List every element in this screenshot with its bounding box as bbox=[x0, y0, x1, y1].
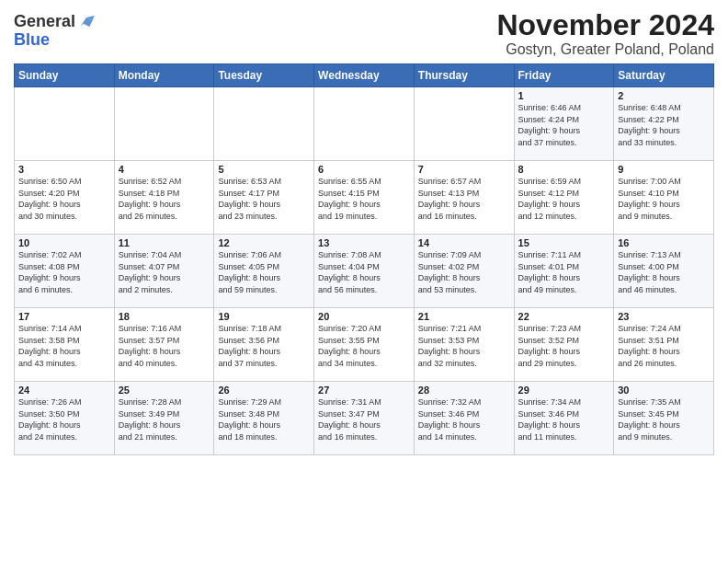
day-number: 17 bbox=[18, 311, 110, 322]
calendar-cell: 21Sunrise: 7:21 AM Sunset: 3:53 PM Dayli… bbox=[414, 308, 514, 382]
day-info: Sunrise: 7:09 AM Sunset: 4:02 PM Dayligh… bbox=[418, 249, 510, 295]
calendar-cell: 29Sunrise: 7:34 AM Sunset: 3:46 PM Dayli… bbox=[514, 382, 614, 455]
day-info: Sunrise: 7:35 AM Sunset: 3:45 PM Dayligh… bbox=[618, 396, 710, 442]
logo: General Blue bbox=[14, 13, 96, 50]
calendar-cell: 27Sunrise: 7:31 AM Sunset: 3:47 PM Dayli… bbox=[314, 382, 415, 455]
day-info: Sunrise: 6:57 AM Sunset: 4:13 PM Dayligh… bbox=[418, 176, 510, 222]
calendar-cell: 4Sunrise: 6:52 AM Sunset: 4:18 PM Daylig… bbox=[114, 161, 214, 235]
day-number: 8 bbox=[518, 164, 610, 175]
day-info: Sunrise: 7:32 AM Sunset: 3:46 PM Dayligh… bbox=[418, 396, 510, 442]
day-number: 1 bbox=[518, 90, 610, 101]
day-info: Sunrise: 6:52 AM Sunset: 4:18 PM Dayligh… bbox=[119, 176, 210, 222]
calendar-cell: 6Sunrise: 6:55 AM Sunset: 4:15 PM Daylig… bbox=[314, 161, 415, 235]
calendar-cell: 17Sunrise: 7:14 AM Sunset: 3:58 PM Dayli… bbox=[15, 308, 115, 382]
day-number: 26 bbox=[218, 385, 310, 396]
title-block: November 2024 Gostyn, Greater Poland, Po… bbox=[496, 9, 714, 58]
week-row-2: 3Sunrise: 6:50 AM Sunset: 4:20 PM Daylig… bbox=[15, 161, 714, 235]
day-number: 19 bbox=[218, 311, 310, 322]
calendar-subtitle: Gostyn, Greater Poland, Poland bbox=[496, 41, 714, 58]
calendar-cell bbox=[414, 87, 514, 161]
day-number: 22 bbox=[518, 311, 610, 322]
calendar-cell: 20Sunrise: 7:20 AM Sunset: 3:55 PM Dayli… bbox=[314, 308, 415, 382]
calendar-cell: 7Sunrise: 6:57 AM Sunset: 4:13 PM Daylig… bbox=[414, 161, 514, 235]
day-info: Sunrise: 6:50 AM Sunset: 4:20 PM Dayligh… bbox=[18, 176, 110, 222]
day-number: 10 bbox=[18, 237, 110, 248]
calendar-cell: 11Sunrise: 7:04 AM Sunset: 4:07 PM Dayli… bbox=[114, 235, 214, 308]
calendar-cell: 13Sunrise: 7:08 AM Sunset: 4:04 PM Dayli… bbox=[314, 235, 415, 308]
calendar-cell: 3Sunrise: 6:50 AM Sunset: 4:20 PM Daylig… bbox=[15, 161, 115, 235]
calendar-cell: 9Sunrise: 7:00 AM Sunset: 4:10 PM Daylig… bbox=[614, 161, 714, 235]
calendar-cell bbox=[114, 87, 214, 161]
day-number: 12 bbox=[218, 237, 310, 248]
calendar-cell: 1Sunrise: 6:46 AM Sunset: 4:24 PM Daylig… bbox=[514, 87, 614, 161]
day-info: Sunrise: 7:26 AM Sunset: 3:50 PM Dayligh… bbox=[18, 396, 110, 442]
header-tuesday: Tuesday bbox=[214, 64, 314, 87]
day-number: 4 bbox=[119, 164, 210, 175]
day-number: 15 bbox=[518, 237, 610, 248]
calendar-cell: 25Sunrise: 7:28 AM Sunset: 3:49 PM Dayli… bbox=[114, 382, 214, 455]
day-info: Sunrise: 7:28 AM Sunset: 3:49 PM Dayligh… bbox=[119, 396, 210, 442]
calendar-cell bbox=[314, 87, 415, 161]
day-number: 29 bbox=[518, 385, 610, 396]
calendar-cell: 14Sunrise: 7:09 AM Sunset: 4:02 PM Dayli… bbox=[414, 235, 514, 308]
calendar-cell: 26Sunrise: 7:29 AM Sunset: 3:48 PM Dayli… bbox=[214, 382, 314, 455]
day-info: Sunrise: 7:21 AM Sunset: 3:53 PM Dayligh… bbox=[418, 323, 510, 369]
day-number: 13 bbox=[318, 237, 410, 248]
day-info: Sunrise: 7:13 AM Sunset: 4:00 PM Dayligh… bbox=[618, 249, 710, 295]
day-info: Sunrise: 7:11 AM Sunset: 4:01 PM Dayligh… bbox=[518, 249, 610, 295]
day-info: Sunrise: 6:46 AM Sunset: 4:24 PM Dayligh… bbox=[518, 102, 610, 148]
day-info: Sunrise: 7:29 AM Sunset: 3:48 PM Dayligh… bbox=[218, 396, 310, 442]
day-number: 25 bbox=[119, 385, 210, 396]
day-number: 7 bbox=[418, 164, 510, 175]
day-info: Sunrise: 7:20 AM Sunset: 3:55 PM Dayligh… bbox=[318, 323, 410, 369]
day-info: Sunrise: 6:48 AM Sunset: 4:22 PM Dayligh… bbox=[618, 102, 710, 148]
day-number: 21 bbox=[418, 311, 510, 322]
calendar-cell: 8Sunrise: 6:59 AM Sunset: 4:12 PM Daylig… bbox=[514, 161, 614, 235]
day-number: 18 bbox=[119, 311, 210, 322]
calendar-cell: 2Sunrise: 6:48 AM Sunset: 4:22 PM Daylig… bbox=[614, 87, 714, 161]
logo-blue: Blue bbox=[14, 30, 50, 49]
day-number: 14 bbox=[418, 237, 510, 248]
day-info: Sunrise: 7:34 AM Sunset: 3:46 PM Dayligh… bbox=[518, 396, 610, 442]
day-number: 3 bbox=[18, 164, 110, 175]
day-info: Sunrise: 6:53 AM Sunset: 4:17 PM Dayligh… bbox=[218, 176, 310, 222]
week-row-3: 10Sunrise: 7:02 AM Sunset: 4:08 PM Dayli… bbox=[15, 235, 714, 308]
day-number: 6 bbox=[318, 164, 410, 175]
header: General Blue November 2024 Gostyn, Great… bbox=[14, 9, 714, 58]
day-info: Sunrise: 7:04 AM Sunset: 4:07 PM Dayligh… bbox=[119, 249, 210, 295]
day-number: 30 bbox=[618, 385, 710, 396]
day-number: 23 bbox=[618, 311, 710, 322]
header-row: SundayMondayTuesdayWednesdayThursdayFrid… bbox=[15, 64, 714, 87]
calendar-cell: 24Sunrise: 7:26 AM Sunset: 3:50 PM Dayli… bbox=[15, 382, 115, 455]
week-row-5: 24Sunrise: 7:26 AM Sunset: 3:50 PM Dayli… bbox=[15, 382, 714, 455]
day-number: 28 bbox=[418, 385, 510, 396]
day-info: Sunrise: 7:23 AM Sunset: 3:52 PM Dayligh… bbox=[518, 323, 610, 369]
header-friday: Friday bbox=[514, 64, 614, 87]
logo-bird-icon bbox=[77, 13, 96, 31]
day-number: 11 bbox=[119, 237, 210, 248]
calendar-cell: 22Sunrise: 7:23 AM Sunset: 3:52 PM Dayli… bbox=[514, 308, 614, 382]
header-sunday: Sunday bbox=[15, 64, 115, 87]
calendar-title: November 2024 bbox=[496, 9, 714, 41]
day-info: Sunrise: 7:02 AM Sunset: 4:08 PM Dayligh… bbox=[18, 249, 110, 295]
calendar-cell: 16Sunrise: 7:13 AM Sunset: 4:00 PM Dayli… bbox=[614, 235, 714, 308]
day-number: 20 bbox=[318, 311, 410, 322]
calendar-table: SundayMondayTuesdayWednesdayThursdayFrid… bbox=[14, 63, 714, 455]
calendar-cell: 10Sunrise: 7:02 AM Sunset: 4:08 PM Dayli… bbox=[15, 235, 115, 308]
calendar-cell: 12Sunrise: 7:06 AM Sunset: 4:05 PM Dayli… bbox=[214, 235, 314, 308]
week-row-1: 1Sunrise: 6:46 AM Sunset: 4:24 PM Daylig… bbox=[15, 87, 714, 161]
page: General Blue November 2024 Gostyn, Great… bbox=[0, 0, 728, 465]
calendar-cell: 30Sunrise: 7:35 AM Sunset: 3:45 PM Dayli… bbox=[614, 382, 714, 455]
day-info: Sunrise: 7:16 AM Sunset: 3:57 PM Dayligh… bbox=[119, 323, 210, 369]
day-number: 16 bbox=[618, 237, 710, 248]
calendar-cell: 23Sunrise: 7:24 AM Sunset: 3:51 PM Dayli… bbox=[614, 308, 714, 382]
day-number: 5 bbox=[218, 164, 310, 175]
calendar-cell: 28Sunrise: 7:32 AM Sunset: 3:46 PM Dayli… bbox=[414, 382, 514, 455]
day-info: Sunrise: 7:06 AM Sunset: 4:05 PM Dayligh… bbox=[218, 249, 310, 295]
header-wednesday: Wednesday bbox=[314, 64, 415, 87]
calendar-cell bbox=[15, 87, 115, 161]
logo-general: General bbox=[14, 13, 75, 31]
day-number: 2 bbox=[618, 90, 710, 101]
day-number: 24 bbox=[18, 385, 110, 396]
day-info: Sunrise: 7:31 AM Sunset: 3:47 PM Dayligh… bbox=[318, 396, 410, 442]
